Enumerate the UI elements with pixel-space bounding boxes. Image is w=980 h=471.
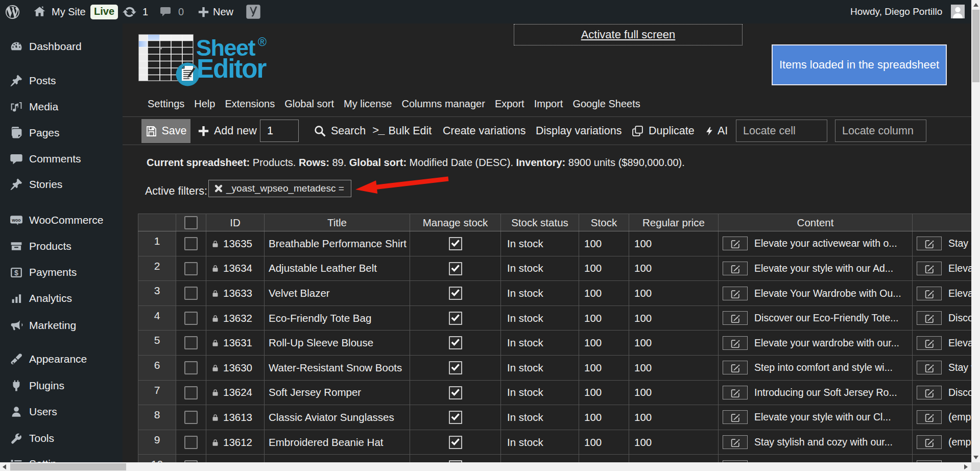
svg-text:woo: woo <box>11 218 20 223</box>
svg-text:$: $ <box>14 268 18 276</box>
svg-text:Editor: Editor <box>197 54 267 83</box>
svg-text:®: ® <box>258 35 267 49</box>
